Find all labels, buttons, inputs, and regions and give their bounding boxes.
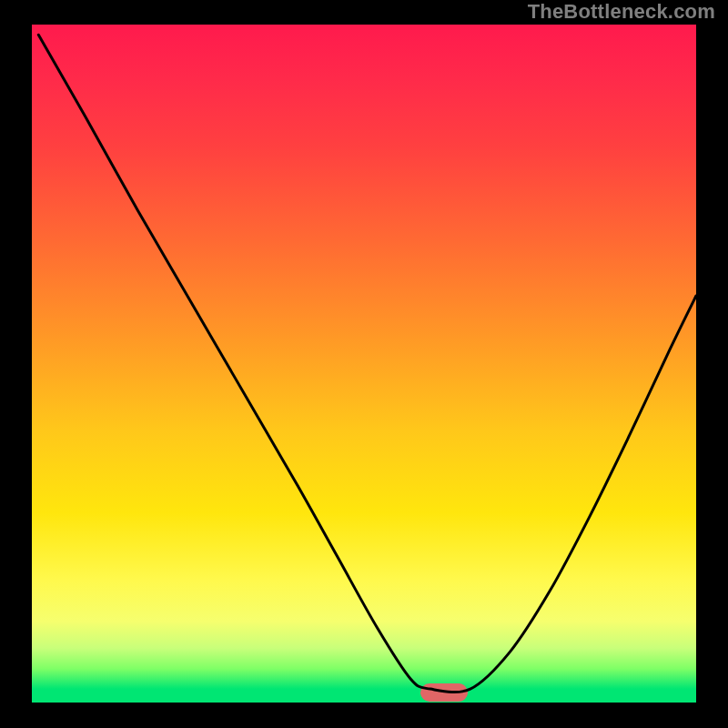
chart-frame: TheBottleneck.com — [0, 0, 728, 728]
bottleneck-curve — [32, 25, 696, 703]
plot-area — [32, 25, 696, 703]
watermark-label: TheBottleneck.com — [528, 0, 715, 24]
